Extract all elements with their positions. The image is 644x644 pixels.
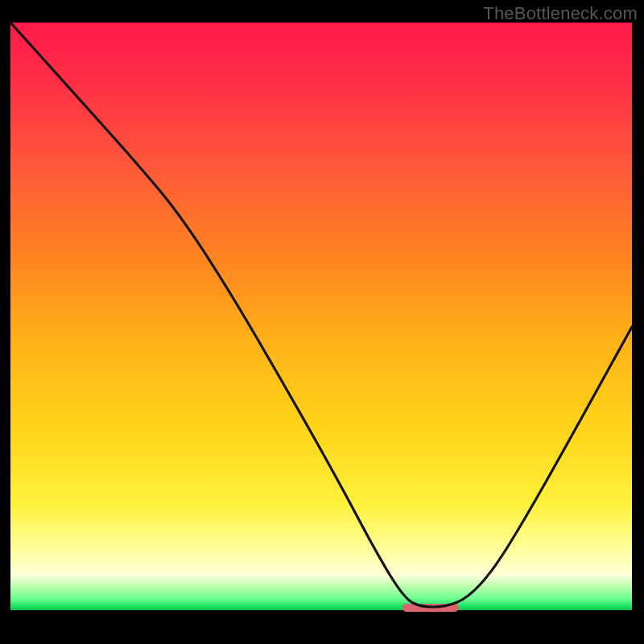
- watermark-text: TheBottleneck.com: [483, 3, 638, 24]
- plot-area: [10, 23, 632, 642]
- chart-container: TheBottleneck.com: [0, 0, 644, 644]
- curve-path: [10, 23, 632, 607]
- bottleneck-curve: [10, 23, 632, 642]
